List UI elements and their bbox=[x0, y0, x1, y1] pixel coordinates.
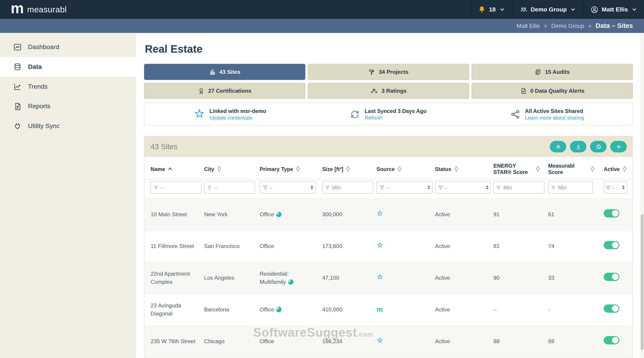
site-source: m bbox=[376, 210, 435, 219]
active-cell bbox=[604, 241, 628, 252]
site-city: Los Angeles bbox=[204, 274, 260, 282]
column-header-measurabl-score[interactable]: Measurabl Score bbox=[548, 163, 604, 175]
tab-projects[interactable]: 34 Projects bbox=[308, 64, 469, 80]
sidebar-item-dashboard[interactable]: Dashboard bbox=[0, 37, 136, 57]
column-header-primary-type[interactable]: Primary Type bbox=[260, 166, 322, 172]
site-name[interactable]: 22nd Apartment Complex bbox=[150, 270, 204, 286]
filter-icon bbox=[154, 185, 158, 190]
site-name[interactable]: 11 Fillmore Street bbox=[150, 242, 204, 250]
site-city: Chicago bbox=[204, 337, 260, 346]
column-header-energy-star-score[interactable]: ENERGY STAR® Score bbox=[494, 163, 548, 175]
filter-energy-star-min-input[interactable] bbox=[502, 184, 542, 191]
tab-data-quality-alerts[interactable]: 0 Data Quality Alerts bbox=[472, 83, 633, 99]
column-header-size[interactable]: Size [ft²] bbox=[322, 166, 376, 172]
filter-name bbox=[150, 181, 202, 194]
filter-city bbox=[204, 181, 255, 194]
column-header-source[interactable]: Source bbox=[376, 166, 435, 172]
projects-icon bbox=[368, 69, 375, 75]
energy-star-source-icon bbox=[376, 337, 383, 343]
bell-icon bbox=[478, 6, 486, 13]
breadcrumb-group[interactable]: Demo Group bbox=[551, 23, 584, 29]
active-toggle[interactable] bbox=[604, 304, 620, 313]
energy-star-source-icon bbox=[376, 242, 383, 248]
filter-active-select[interactable]: – bbox=[604, 181, 627, 194]
site-status: Active bbox=[435, 306, 494, 314]
filter-name-input[interactable] bbox=[160, 184, 199, 191]
chart-button[interactable] bbox=[590, 141, 606, 152]
sharing-learn-more-link[interactable]: Learn more about sharing bbox=[525, 115, 584, 121]
add-button[interactable] bbox=[610, 141, 627, 152]
active-toggle[interactable] bbox=[604, 241, 620, 249]
active-cell bbox=[604, 209, 628, 220]
vertical-scrollbar[interactable] bbox=[640, 33, 644, 358]
main-content: Real Estate 43 Sites 34 Projects 15 Audi… bbox=[136, 33, 644, 358]
site-size: 166,234 bbox=[322, 337, 376, 346]
table-row: 10 Main Street New York Office 300,000 m… bbox=[144, 199, 632, 231]
refresh-link[interactable]: Refresh bbox=[364, 115, 427, 121]
sidebar-item-reports[interactable]: Reports bbox=[0, 96, 136, 116]
site-status: Active bbox=[435, 274, 494, 282]
site-name[interactable]: 235 W 76th Street bbox=[150, 337, 204, 346]
chevron-down-icon bbox=[571, 8, 576, 11]
sidebar-item-utility-sync[interactable]: Utility Sync bbox=[0, 116, 136, 136]
site-name[interactable]: 23 Avinguda Diagonal bbox=[150, 302, 204, 318]
settings-button[interactable] bbox=[550, 141, 566, 152]
filter-source-select[interactable]: – bbox=[376, 181, 432, 194]
top-bar: m measurabl 18 Demo Group Matt Ellis bbox=[0, 0, 644, 19]
site-primary-type: Office bbox=[260, 211, 322, 219]
utility-sync-icon bbox=[13, 122, 22, 130]
sidebar-item-data[interactable]: Data bbox=[0, 57, 136, 77]
site-city: New York bbox=[204, 211, 260, 219]
tab-ratings[interactable]: 3 Ratings bbox=[308, 83, 469, 99]
user-menu[interactable]: Matt Ellis bbox=[583, 0, 644, 19]
filter-status-select[interactable]: – bbox=[435, 181, 491, 194]
group-menu[interactable]: Demo Group bbox=[512, 0, 583, 19]
table-row: 11 Fillmore Street San Francisco Office … bbox=[144, 231, 632, 262]
sort-icon bbox=[217, 166, 221, 172]
chevron-down-icon bbox=[500, 8, 504, 11]
toggle-knob bbox=[612, 242, 618, 248]
organization-icon bbox=[520, 6, 527, 14]
sites-icon bbox=[209, 69, 216, 75]
table-toolbar bbox=[550, 141, 627, 152]
sort-icon bbox=[346, 166, 350, 172]
brand[interactable]: m measurabl bbox=[0, 3, 67, 16]
scrollbar-thumb[interactable] bbox=[641, 214, 644, 350]
filter-icon bbox=[208, 185, 211, 190]
update-credentials-link[interactable]: Update credentials bbox=[210, 115, 266, 121]
table-header-bar: 43 Sites bbox=[144, 136, 632, 157]
filter-measurabl-min-input[interactable] bbox=[557, 184, 590, 191]
sort-icon bbox=[536, 166, 540, 172]
brand-name: measurabl bbox=[27, 5, 67, 14]
filter-city-input[interactable] bbox=[213, 184, 253, 191]
active-toggle[interactable] bbox=[604, 273, 620, 281]
sidebar-item-label: Trends bbox=[28, 83, 48, 90]
breadcrumb-user[interactable]: Matt Ellis bbox=[516, 23, 540, 29]
filter-size-min-input[interactable] bbox=[331, 184, 371, 191]
column-header-name[interactable]: Name bbox=[150, 166, 204, 172]
notification-count: 18 bbox=[489, 6, 496, 13]
notifications-menu[interactable]: 18 bbox=[470, 0, 512, 19]
download-button[interactable] bbox=[570, 141, 586, 152]
site-city: San Francisco bbox=[204, 242, 260, 250]
user-label: Matt Ellis bbox=[602, 6, 628, 13]
column-header-city[interactable]: City bbox=[204, 166, 260, 172]
tab-certifications[interactable]: 27 Certifications bbox=[144, 83, 306, 99]
site-size: 47,100 bbox=[322, 274, 376, 282]
coverage-pie-icon bbox=[276, 307, 282, 312]
table-row: 23 Avinguda Diagonal Barcelona Office 41… bbox=[144, 294, 632, 326]
site-primary-type: Office bbox=[260, 337, 322, 346]
page-title: Real Estate bbox=[145, 43, 633, 56]
active-toggle[interactable] bbox=[604, 209, 620, 218]
tab-sites[interactable]: 43 Sites bbox=[144, 64, 306, 80]
filter-primary-type-select[interactable]: – bbox=[260, 181, 316, 194]
column-header-status[interactable]: Status bbox=[435, 166, 494, 172]
column-header-active[interactable]: Active bbox=[604, 166, 631, 172]
sidebar-item-trends[interactable]: Trends bbox=[0, 77, 136, 97]
site-name[interactable]: 10 Main Street bbox=[150, 211, 204, 219]
stepper-icon bbox=[622, 185, 625, 189]
filter-measurabl-score bbox=[548, 181, 593, 194]
tab-audits[interactable]: 15 Audits bbox=[472, 64, 633, 80]
site-status: Active bbox=[435, 211, 494, 219]
active-toggle[interactable] bbox=[604, 336, 620, 344]
